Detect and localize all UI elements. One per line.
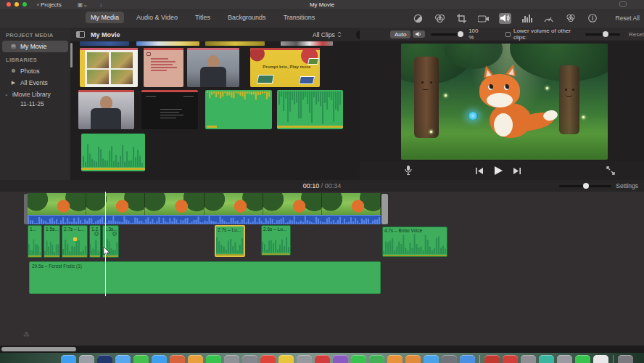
tab-my-media[interactable]: My Media xyxy=(86,12,124,23)
dock-app-icon[interactable] xyxy=(424,355,439,363)
media-thumb-partial[interactable] xyxy=(281,41,333,46)
dock-app-icon[interactable] xyxy=(387,355,402,363)
dock-app-icon[interactable] xyxy=(278,355,294,363)
dock-app-icon[interactable] xyxy=(521,355,536,363)
voiceover-mic-icon[interactable] xyxy=(405,166,412,176)
all-clips-dropdown[interactable]: All Clips xyxy=(313,31,342,38)
dock-app-icon[interactable] xyxy=(503,355,518,363)
media-thumb-photo-collage[interactable] xyxy=(80,48,138,87)
audio-clip[interactable]: 2.6s – Lu... xyxy=(261,225,291,256)
dock-app-icon[interactable] xyxy=(152,355,167,363)
dock-app-icon[interactable] xyxy=(97,355,112,363)
auto-volume-button[interactable]: Auto xyxy=(390,30,410,38)
media-thumb-partial[interactable] xyxy=(80,41,129,46)
sidebar-item-all-events[interactable]: ▶ All Events xyxy=(0,77,70,89)
crop-icon[interactable] xyxy=(455,13,468,24)
dock-app-icon[interactable] xyxy=(297,355,312,363)
dock-app-icon[interactable] xyxy=(224,355,239,363)
video-clip-audio-waveform[interactable] xyxy=(28,215,381,224)
dock-app-icon[interactable] xyxy=(442,355,457,363)
audio-clip-selected[interactable]: 2.7s – Lu... xyxy=(215,225,245,257)
timeline-ruler[interactable]: 00:10 / 00:34 xyxy=(0,180,644,192)
dock-app-icon[interactable] xyxy=(460,355,475,363)
audio-clip[interactable]: 1... xyxy=(28,225,42,258)
background-music-clip[interactable]: 29.5s – Forest Frolic (1) xyxy=(29,261,381,294)
audio-clip[interactable]: 2.7s – L... xyxy=(62,225,88,258)
mouse-cursor xyxy=(103,247,110,257)
dock-app-icon[interactable] xyxy=(61,355,76,363)
dock-app-icon[interactable] xyxy=(206,355,221,363)
tab-backgrounds[interactable]: Backgrounds xyxy=(223,12,271,23)
dock-app-icon[interactable] xyxy=(333,355,348,363)
dock-app-icon[interactable] xyxy=(369,355,384,363)
dock-app-icon[interactable] xyxy=(315,355,330,363)
noise-reduction-icon[interactable] xyxy=(521,13,533,24)
dock-app-icon[interactable] xyxy=(539,355,554,363)
media-thumb-text-card[interactable] xyxy=(144,48,183,87)
libraries-header: LIBRARIES xyxy=(0,52,70,65)
media-thumb-promo-card[interactable]: Prompt brio, Play more xyxy=(250,48,320,87)
play-button[interactable] xyxy=(493,166,503,176)
video-preview[interactable] xyxy=(401,44,608,160)
volume-slider[interactable] xyxy=(431,33,463,36)
dock-app-icon[interactable] xyxy=(593,355,608,363)
stabilization-icon[interactable] xyxy=(477,13,490,24)
dock-app-icon[interactable] xyxy=(133,355,149,363)
skip-back-button[interactable] xyxy=(476,167,484,175)
audio-clip[interactable]: 1.5s... xyxy=(44,225,60,258)
dock-app-icon[interactable] xyxy=(405,355,421,363)
dock-app-icon[interactable] xyxy=(115,355,131,363)
window-titlebar: ‹ Projects ▣⌄ ↓ My Movie xyxy=(0,0,644,9)
dock-app-icon[interactable] xyxy=(351,355,366,363)
clip-trim-handle-right[interactable] xyxy=(381,194,388,224)
video-clip-filmstrip[interactable] xyxy=(28,193,381,215)
sidebar-item-photos[interactable]: ❁ Photos xyxy=(0,65,70,77)
tab-titles[interactable]: Titles xyxy=(190,12,215,23)
effects-icon[interactable] xyxy=(564,13,577,24)
info-icon[interactable] xyxy=(586,13,598,24)
media-thumb-partial[interactable] xyxy=(136,41,199,46)
dock-app-icon[interactable] xyxy=(618,355,633,363)
dock-app-icon[interactable] xyxy=(557,355,572,363)
reset-all-button[interactable]: Reset All xyxy=(615,15,640,22)
skip-forward-button[interactable] xyxy=(513,167,521,175)
dock-app-icon[interactable] xyxy=(575,355,590,363)
speed-icon[interactable] xyxy=(542,13,555,24)
chevron-down-icon[interactable]: ⌄ xyxy=(4,91,9,97)
tab-transitions[interactable]: Transitions xyxy=(278,12,321,23)
media-thumb-audio-clip[interactable] xyxy=(205,90,272,129)
sidebar-toggle-icon[interactable] xyxy=(76,31,85,38)
media-thumb-webcam-video[interactable] xyxy=(78,90,134,129)
sidebar-item-my-movie[interactable]: ▤ My Movie xyxy=(2,41,68,52)
media-thumb-audio-clip[interactable] xyxy=(81,134,145,171)
audio-clip[interactable]: 1.2... xyxy=(89,225,101,258)
dock-app-icon[interactable] xyxy=(170,355,185,363)
lower-volume-checkbox[interactable] xyxy=(505,32,511,37)
tab-audio-video[interactable]: Audio & Video xyxy=(131,12,183,23)
media-thumb-presenter-video[interactable] xyxy=(187,48,239,87)
dock-app-icon[interactable] xyxy=(188,355,203,363)
sidebar-item-imovie-library[interactable]: ⌄ iMovie Library xyxy=(0,89,70,100)
playhead[interactable] xyxy=(105,192,106,296)
media-thumb-partial[interactable] xyxy=(205,41,265,46)
volume-icon[interactable] xyxy=(499,13,511,24)
audio-clip-bobo-voice[interactable]: 4.7s – Bobo Voice xyxy=(382,227,447,257)
color-correction-icon[interactable] xyxy=(434,13,446,24)
color-balance-icon[interactable] xyxy=(412,13,424,24)
mute-button[interactable] xyxy=(413,30,425,38)
browser-scrollbar[interactable] xyxy=(70,43,73,68)
timeline-settings-button[interactable]: Settings xyxy=(616,182,638,189)
lower-volume-slider[interactable] xyxy=(585,33,620,36)
timeline-scrollbar-thumb[interactable] xyxy=(1,347,76,351)
reset-button[interactable]: Reset xyxy=(629,31,644,38)
dock-app-icon[interactable] xyxy=(260,355,276,363)
fullscreen-icon[interactable] xyxy=(606,166,615,175)
dock-app-icon[interactable] xyxy=(79,355,94,363)
sidebar-item-library-date[interactable]: 11-11-25 xyxy=(0,100,70,107)
media-thumb-audio-clip[interactable] xyxy=(277,90,343,129)
dock-app-icon[interactable] xyxy=(484,355,500,363)
imovie-window: ‹ Projects ▣⌄ ↓ My Movie My Media Audio … xyxy=(0,0,644,363)
dock-app-icon[interactable] xyxy=(242,355,257,363)
media-thumb-terminal-video[interactable] xyxy=(141,90,198,129)
timeline-zoom-slider[interactable] xyxy=(559,185,611,187)
